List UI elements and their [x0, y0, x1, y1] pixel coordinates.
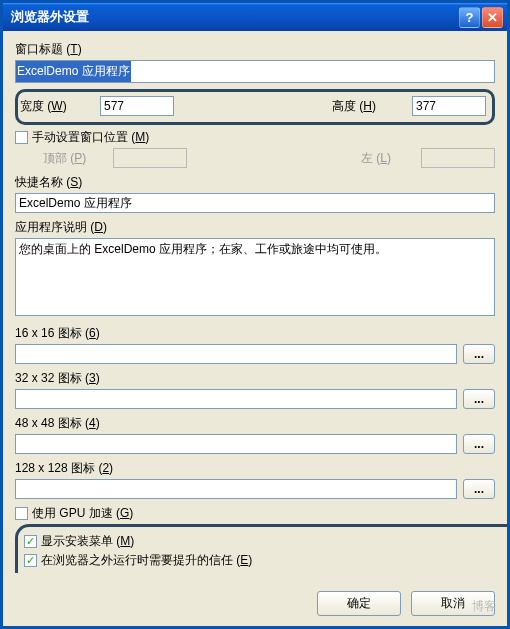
manual-position-checkbox[interactable] [15, 131, 28, 144]
titlebar: 浏览器外设置 ? ✕ [3, 3, 507, 31]
close-button[interactable]: ✕ [482, 7, 503, 28]
height-label: 高度 (H) [332, 98, 406, 115]
icon128-input[interactable] [15, 479, 457, 499]
elevated-trust-label: 在浏览器之外运行时需要提升的信任 (E) [41, 552, 252, 569]
icon16-label: 16 x 16 图标 (6) [15, 325, 495, 342]
position-row: 顶部 (P) 左 (L) [15, 148, 495, 168]
left-input [421, 148, 495, 168]
titlebar-title: 浏览器外设置 [11, 8, 457, 26]
top-input [113, 148, 187, 168]
height-input[interactable] [412, 96, 486, 116]
cancel-button[interactable]: 取消 [411, 591, 495, 616]
show-install-menu-label: 显示安装菜单 (M) [41, 533, 134, 550]
width-input[interactable] [100, 96, 174, 116]
left-label: 左 (L) [361, 150, 415, 167]
top-label: 顶部 (P) [43, 150, 107, 167]
dialog-content: 窗口标题 (T) ExcelDemo 应用程序 宽度 (W) 高度 (H) 手动… [3, 31, 507, 583]
width-label: 宽度 (W) [20, 98, 94, 115]
gpu-accel-checkbox[interactable] [15, 507, 28, 520]
app-description-input[interactable] [15, 238, 495, 316]
shortcut-name-label: 快捷名称 (S) [15, 174, 495, 191]
icon16-browse-button[interactable]: ... [463, 344, 495, 364]
icon32-label: 32 x 32 图标 (3) [15, 370, 495, 387]
emphasized-group: ✓ 显示安装菜单 (M) ✓ 在浏览器之外运行时需要提升的信任 (E) [15, 524, 507, 573]
help-button[interactable]: ? [459, 7, 480, 28]
show-install-menu-checkbox[interactable]: ✓ [24, 535, 37, 548]
window-title-input[interactable]: ExcelDemo 应用程序 [15, 60, 495, 83]
icon48-input[interactable] [15, 434, 457, 454]
dialog-window: 浏览器外设置 ? ✕ 窗口标题 (T) ExcelDemo 应用程序 宽度 (W… [0, 0, 510, 629]
size-group: 宽度 (W) 高度 (H) [15, 89, 495, 125]
icon16-input[interactable] [15, 344, 457, 364]
icon128-label: 128 x 128 图标 (2) [15, 460, 495, 477]
window-title-label: 窗口标题 (T) [15, 41, 495, 58]
manual-position-label: 手动设置窗口位置 (M) [32, 129, 149, 146]
app-description-label: 应用程序说明 (D) [15, 219, 495, 236]
elevated-trust-checkbox[interactable]: ✓ [24, 554, 37, 567]
button-bar: 确定 取消 [3, 583, 507, 626]
icon48-browse-button[interactable]: ... [463, 434, 495, 454]
icon32-browse-button[interactable]: ... [463, 389, 495, 409]
shortcut-name-input[interactable] [15, 193, 495, 213]
gpu-accel-label: 使用 GPU 加速 (G) [32, 505, 133, 522]
icon128-browse-button[interactable]: ... [463, 479, 495, 499]
icon32-input[interactable] [15, 389, 457, 409]
ok-button[interactable]: 确定 [317, 591, 401, 616]
icon48-label: 48 x 48 图标 (4) [15, 415, 495, 432]
